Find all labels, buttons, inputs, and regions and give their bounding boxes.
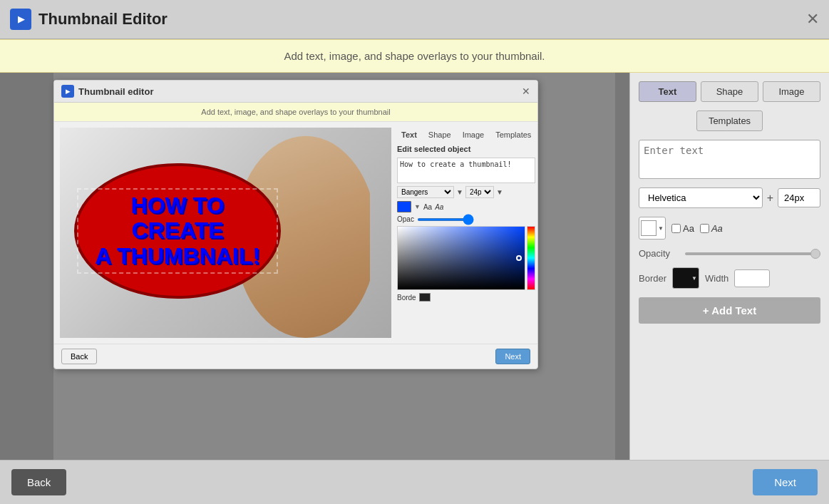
inner-modal-title-text: Thumbnail editor — [78, 86, 153, 97]
opacity-label: Opacity — [639, 248, 678, 259]
text-input-area[interactable] — [639, 140, 820, 179]
inner-italic-label: Aa — [435, 203, 443, 211]
app-logo: ▶ — [10, 9, 31, 30]
inner-footer: Back Next — [54, 344, 537, 369]
app-header: ▶ Thumbnail Editor ✕ — [0, 0, 829, 39]
italic-label: Aa — [711, 223, 723, 234]
close-button[interactable]: ✕ — [806, 11, 819, 27]
font-controls: Helvetica Arial Bangers Impact Georgia +… — [639, 187, 820, 208]
inner-color-picker-container — [397, 226, 535, 290]
tab-shape-button[interactable]: Shape — [701, 81, 758, 102]
plus-icon: + — [767, 192, 773, 205]
inner-opacity-slider[interactable] — [417, 218, 474, 221]
bold-checkbox-label[interactable]: Aa — [671, 223, 694, 234]
border-swatch — [674, 272, 690, 284]
hue-slider[interactable] — [527, 226, 535, 290]
inner-bold-label: Aa — [423, 203, 432, 211]
inner-opacity-row: Opac — [397, 215, 535, 223]
inner-back-button[interactable]: Back — [61, 349, 97, 364]
inner-tab-shape[interactable]: Shape — [424, 129, 455, 140]
border-chevron-icon: ▼ — [691, 275, 697, 282]
inner-font-row: Bangers ▼ 24px ▼ — [397, 186, 535, 198]
right-sidebar: Text Shape Image Templates Helvetica Ari… — [629, 73, 829, 460]
border-control: Border ▼ Width 0 — [639, 267, 820, 289]
tab-row-main: Text Shape Image — [639, 81, 820, 102]
inner-modal-header: ▶ Thumbnail editor ✕ — [54, 81, 537, 103]
inner-color-picker — [397, 226, 535, 290]
inner-tab-image[interactable]: Image — [458, 129, 489, 140]
border-color-button[interactable]: ▼ — [672, 267, 699, 289]
color-picker-button[interactable]: ▼ — [639, 217, 666, 240]
inner-font-select[interactable]: Bangers — [397, 186, 454, 198]
inner-opacity-label: Opac — [397, 215, 414, 223]
header-left: ▶ Thumbnail Editor — [10, 9, 168, 30]
color-gradient-area[interactable] — [397, 226, 525, 290]
bg-strip-left — [0, 73, 53, 460]
italic-checkbox[interactable] — [700, 224, 709, 233]
width-label: Width — [705, 273, 728, 284]
bold-label: Aa — [683, 223, 694, 234]
inner-tab-templates[interactable]: Templates — [491, 129, 535, 140]
thumbnail-text: HOW TO CREATE A THUMBNAIL! — [77, 188, 278, 274]
inner-logo-icon: ▶ — [66, 88, 70, 95]
inner-next-button[interactable]: Next — [495, 349, 530, 364]
app-footer: Back Next — [0, 460, 829, 504]
chevron-down-icon: ▼ — [658, 225, 664, 232]
opacity-slider-thumb — [810, 249, 820, 259]
color-picker-cursor — [516, 255, 522, 261]
inner-logo: ▶ — [61, 85, 74, 98]
inner-banner-text: Add text, image, and shape overlays to y… — [201, 108, 390, 116]
inner-border-label: Borde — [397, 294, 416, 302]
thumbnail-background: HOW TO CREATE A THUMBNAIL! — [60, 128, 391, 338]
edit-object-label: Edit selected object — [397, 145, 535, 153]
inner-banner: Add text, image, and shape overlays to y… — [54, 103, 537, 122]
oval-overlay: HOW TO CREATE A THUMBNAIL! — [74, 163, 281, 299]
tab-text-button[interactable]: Text — [639, 81, 696, 102]
tab-row-templates: Templates — [639, 110, 820, 131]
inner-body: HOW TO CREATE A THUMBNAIL! Text Shape Im… — [54, 122, 537, 344]
font-select[interactable]: Helvetica Arial Bangers Impact Georgia — [639, 187, 763, 208]
thumbnail-preview: HOW TO CREATE A THUMBNAIL! — [60, 128, 391, 338]
border-label: Border — [639, 273, 666, 284]
inner-border-swatch — [419, 293, 431, 302]
inner-modal-title-group: ▶ Thumbnail editor — [61, 85, 153, 98]
color-style-row: ▼ Aa Aa — [639, 217, 820, 240]
inner-close-button[interactable]: ✕ — [522, 86, 530, 97]
footer-next-button[interactable]: Next — [753, 469, 818, 495]
bold-checkbox[interactable] — [671, 224, 681, 233]
page-title: Thumbnail Editor — [38, 10, 168, 29]
inner-tab-text[interactable]: Text — [397, 129, 421, 140]
tab-templates-button[interactable]: Templates — [696, 110, 763, 131]
info-banner: Add text, image, and shape overlays to y… — [0, 39, 829, 73]
main-content: ▶ Thumbnail editor ✕ Add text, image, an… — [0, 73, 829, 460]
banner-text: Add text, image, and shape overlays to y… — [284, 50, 545, 62]
inner-modal: ▶ Thumbnail editor ✕ Add text, image, an… — [53, 80, 538, 369]
inner-text-input[interactable]: How to create a thumbnail! — [397, 158, 535, 183]
inner-color-swatch — [397, 201, 411, 212]
logo-icon: ▶ — [18, 14, 24, 24]
opacity-slider-track[interactable] — [685, 252, 820, 255]
left-panel: ▶ Thumbnail editor ✕ Add text, image, an… — [0, 73, 629, 460]
inner-modal-right: Text Shape Image Templates Edit selected… — [397, 128, 535, 338]
footer-back-button[interactable]: Back — [11, 469, 66, 495]
italic-checkbox-label[interactable]: Aa — [700, 223, 723, 234]
color-swatch — [641, 220, 656, 236]
inner-border-row: Borde — [397, 293, 535, 302]
style-checkbox-group: Aa Aa — [671, 223, 723, 234]
opacity-control: Opacity — [639, 248, 820, 259]
add-text-button[interactable]: + Add Text — [639, 297, 820, 324]
inner-tabs: Text Shape Image Templates — [397, 128, 535, 142]
tab-image-button[interactable]: Image — [763, 81, 820, 102]
inner-size-select[interactable]: 24px — [465, 186, 494, 198]
width-input[interactable]: 0 — [734, 269, 770, 287]
bg-strip-right — [615, 73, 629, 460]
font-size-input[interactable]: 24px — [778, 188, 820, 207]
inner-style-row: ▼ Aa Aa — [397, 201, 535, 212]
